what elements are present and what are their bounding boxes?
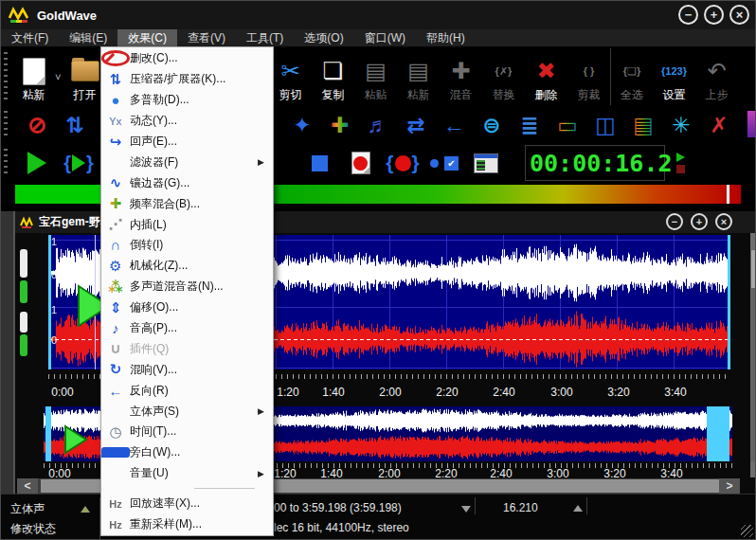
menu-item-label: 回声(E)... (130, 134, 258, 150)
toolbar-grip[interactable] (4, 149, 8, 177)
channel-up-arrow[interactable] (81, 506, 90, 513)
lcd-time: 00:00:16.2 (530, 150, 673, 177)
menu-item[interactable]: ⇅ 压缩器/扩展器(K)... (101, 69, 273, 90)
menu-item[interactable]: ● 多普勒(D)... (101, 90, 273, 111)
menu-item[interactable]: ⁂ 多声道混音器(N)... (101, 277, 273, 297)
channel-mode-label[interactable]: 立体声 (10, 501, 45, 517)
left-channel-volume-slider[interactable] (20, 280, 27, 303)
menu-item-icon: ⋰ (101, 216, 130, 233)
spectrum-panel-icon[interactable]: ▤ (624, 108, 662, 142)
left-channel-zoom-slider[interactable] (20, 249, 27, 278)
menu-item-icon: Yx (101, 116, 130, 127)
menu-edit[interactable]: 编辑(E) (59, 29, 117, 46)
record-selection-button[interactable] (382, 145, 423, 181)
toolbar-grip[interactable] (4, 111, 8, 139)
time-axis-label: 2:40 (493, 386, 514, 399)
resize-grip[interactable] (741, 525, 753, 537)
trim-button[interactable]: { } 剪裁 (567, 48, 610, 105)
record-new-button[interactable] (340, 145, 382, 181)
menu-help[interactable]: 帮助(H) (416, 29, 476, 46)
play-selection-button[interactable] (58, 145, 99, 181)
play-button[interactable] (16, 145, 58, 181)
menu-item[interactable]: 旁白(W)... (101, 442, 273, 463)
menu-bar: 文件(F)编辑(E)效果(C)查看(V)工具(T)选项(O)窗口(W)帮助(H) (1, 29, 756, 46)
reverse-effect-icon[interactable]: ← (435, 108, 473, 142)
delete-button[interactable]: ✖ 删除 (525, 48, 567, 105)
menu-item-label: 倒转(I) (130, 237, 258, 253)
silence-removal-icon[interactable]: ✗ (700, 108, 738, 142)
doc-close-button[interactable]: × (715, 213, 732, 230)
equalizer-icon[interactable]: ≣ (511, 108, 549, 142)
selection-dropdown-arrow[interactable] (461, 506, 471, 513)
frequency-blend-icon[interactable]: ✚ (321, 108, 359, 142)
menu-item[interactable]: ↪ 回声(E)... (101, 132, 273, 153)
undo-button[interactable]: ↶ 上步 (695, 48, 738, 105)
exchange-channels-icon[interactable]: ⇄ (397, 108, 435, 142)
menu-effects[interactable]: 效果(C) (117, 29, 177, 46)
menu-item[interactable]: Yx 动态(Y)... (101, 111, 273, 132)
select-all-button[interactable]: {❏} 全选 (610, 48, 653, 105)
new-button[interactable]: 粘新 (12, 48, 55, 105)
position-text: 16.210 (503, 501, 538, 514)
menu-item[interactable]: ⋰ 内插(L) (101, 214, 273, 235)
paste-new-button[interactable]: ▤ 粘新 (397, 48, 440, 105)
menu-file[interactable]: 文件(F) (1, 29, 59, 46)
overview-axis-label: 3:40 (660, 467, 682, 480)
menu-item[interactable]: Hz 重新采样(M)... (101, 514, 273, 535)
mute-effect-icon[interactable] (18, 108, 56, 142)
menu-item[interactable]: ⇕ 偏移(O)... (101, 297, 273, 318)
compressor-icon[interactable]: ⇅ (56, 108, 94, 142)
new-dropdown-chevron[interactable]: ˅ (55, 71, 61, 82)
menu-item[interactable]: 立体声(S) ▶ (101, 401, 273, 422)
doc-minimize-button[interactable]: − (666, 213, 683, 230)
vertical-scrollbar[interactable]: ▲ ▼ (750, 233, 756, 477)
stop-button[interactable] (298, 145, 340, 181)
copy-button[interactable]: ❏ 复制 (312, 48, 354, 105)
menu-item[interactable]: Hz 回放速率(X)... (101, 494, 273, 514)
right-channel-zoom-slider[interactable] (20, 312, 27, 333)
device-properties-button[interactable] (465, 145, 507, 181)
vscroll-thumb[interactable] (751, 250, 756, 288)
menu-item[interactable]: 滤波器(F) ▶ (101, 152, 273, 172)
menu-item[interactable] (101, 484, 273, 494)
title-bar: GoldWave −+× (1, 1, 756, 29)
menu-options[interactable]: 选项(O) (294, 29, 353, 46)
doc-maximize-button[interactable]: + (691, 213, 708, 230)
menu-item[interactable]: ◷ 时间(T)... (101, 422, 273, 442)
scroll-up-arrow[interactable]: ▲ (750, 233, 756, 249)
cut-button[interactable]: ✂ 剪切 (269, 48, 312, 105)
menu-item[interactable]: ← 反向(R) (101, 380, 273, 401)
menu-item[interactable]: ⚙ 机械化(Z)... (101, 256, 273, 277)
doppler-effect-icon[interactable]: ✦ (283, 108, 321, 142)
time-display: 00:00:16.2 (525, 145, 665, 181)
menu-window[interactable]: 窗口(W) (354, 29, 416, 46)
set-marker-button[interactable]: {123} 设置 (653, 48, 695, 105)
offset-effect-icon[interactable]: ⊜ (473, 108, 511, 142)
menu-item[interactable]: ↻ 混响(V)... (101, 359, 273, 380)
menu-item[interactable]: ∿ 镶边器(G)... (101, 172, 273, 193)
menu-view[interactable]: 查看(V) (177, 29, 236, 46)
menu-item[interactable]: ✚ 频率混合(B)... (101, 193, 273, 214)
overview-playback-marker[interactable] (63, 424, 88, 455)
pitch-effect-icon[interactable]: ♬ (359, 108, 397, 142)
paste-button[interactable]: ▤ 粘贴 (354, 48, 397, 105)
menu-item[interactable]: 删改(C)... (101, 48, 273, 69)
mix-button[interactable]: ✚ 混音 (440, 48, 482, 105)
menu-tools[interactable]: 工具(T) (236, 29, 294, 46)
menu-item[interactable]: 音量(U) ▶ (101, 463, 273, 484)
pop-removal-icon[interactable]: ✳ (662, 108, 700, 142)
spectrum-filter-icon[interactable]: ▭ (549, 108, 586, 142)
close-button[interactable]: × (729, 5, 749, 25)
monitor-record-button[interactable] (423, 145, 465, 181)
menu-item[interactable]: ♪ 音高(P)... (101, 318, 273, 339)
menu-item[interactable]: ∩ 倒转(I) (101, 235, 273, 256)
menu-item-label: 频率混合(B)... (130, 196, 258, 212)
minimize-button[interactable]: − (678, 5, 698, 25)
noise-gate-icon[interactable]: ◫ (586, 108, 624, 142)
replace-button[interactable]: {✗} 替换 (482, 48, 525, 105)
right-channel-volume-slider[interactable] (20, 334, 27, 356)
position-up-arrow[interactable] (573, 505, 583, 512)
menu-item[interactable]: ∪ 插件(Q) (101, 338, 273, 359)
maximize-button[interactable]: + (704, 5, 724, 25)
toolbar-grip[interactable] (4, 52, 8, 101)
